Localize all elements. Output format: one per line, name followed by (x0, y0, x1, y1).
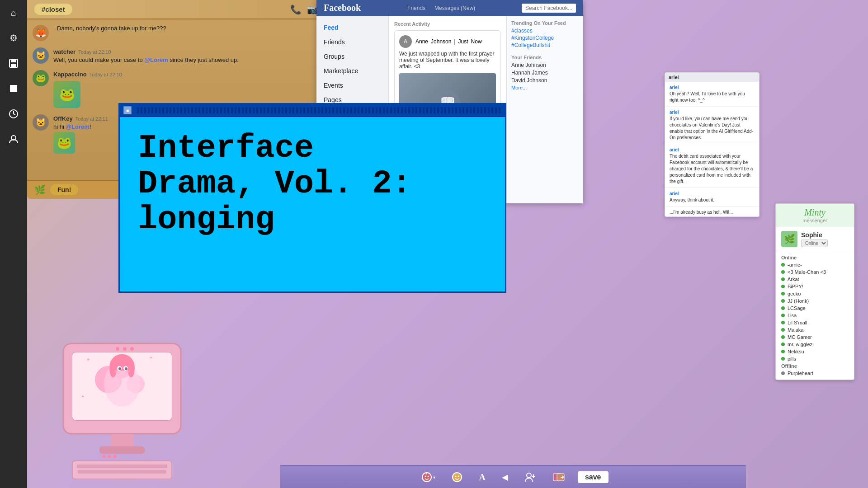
svg-rect-50 (78, 470, 166, 474)
chat-timestamp: Today at 22:10 (78, 49, 111, 55)
fb-friend-2[interactable]: Hannah James (511, 70, 579, 76)
popup-msg-5: ...I'm already busy as hell. Wil... (665, 206, 759, 217)
chat-message: 🐸 KappaccinoToday at 22:10 🐸 (33, 70, 320, 108)
chat-content: Damn, nobody's gonna take up for me??? (53, 25, 166, 32)
leaf-icon: 🌿 (34, 184, 46, 195)
fb-nav-friends[interactable]: Friends (316, 35, 388, 49)
svg-point-15 (455, 476, 457, 477)
minty-contact[interactable]: -arnie- (776, 261, 854, 268)
contact-name: MC Gamer (788, 334, 812, 340)
popup-msg-1: ariel Oh yeah? Well, I'd love to be with… (665, 82, 759, 107)
status-dot (781, 343, 785, 346)
minty-contact[interactable]: BiPPY! (776, 283, 854, 290)
phone-icon[interactable]: 📞 (290, 4, 302, 15)
fb-nav-groups[interactable]: Groups (316, 49, 388, 64)
save-button[interactable]: save (578, 471, 609, 483)
square-icon[interactable] (5, 80, 22, 97)
svg-text:✦: ✦ (86, 357, 90, 363)
minty-contact[interactable]: Purpleheart (776, 370, 854, 377)
svg-point-16 (458, 476, 459, 477)
minty-contact[interactable]: Nekksu (776, 348, 854, 355)
minty-contact[interactable]: Lil S'mall (776, 319, 854, 326)
status-dot (781, 299, 785, 303)
contact-name: Lisa (788, 313, 797, 318)
computer-svg: ✦ ✦ ✦ (27, 325, 217, 488)
contact-name: Lil S'mall (788, 320, 807, 325)
fb-top-bar: Facebook Friends Messages (New) (316, 0, 583, 16)
popup-msg-2: ariel If you'd like, you can have me sen… (665, 107, 759, 144)
computer-illustration: ✦ ✦ ✦ (27, 316, 253, 488)
fb-recent-activity-label: Recent Activity (394, 21, 501, 27)
svg-point-31 (116, 347, 119, 351)
fb-search-input[interactable] (522, 4, 576, 13)
chat-channel-label: #closet (34, 4, 72, 15)
svg-point-42 (125, 367, 127, 370)
minty-contact[interactable]: Lisa (776, 312, 854, 319)
transfer-icon-button[interactable] (549, 470, 569, 484)
messenger-popup: ariel ariel Oh yeah? Well, I'd love to b… (665, 72, 760, 217)
fb-friend-3[interactable]: David Johnson (511, 77, 579, 84)
status-dot (781, 321, 785, 324)
chat-content: watcherToday at 22:10 Well, you could ma… (53, 47, 239, 63)
minty-contact[interactable]: mr. wigglez (776, 341, 854, 348)
fb-link-messages[interactable]: Messages (New) (434, 5, 475, 11)
minty-contact[interactable]: LCSage (776, 305, 854, 312)
fb-link-friends[interactable]: Friends (407, 5, 425, 11)
text-format-button[interactable]: A (475, 470, 489, 484)
fb-nav-marketplace[interactable]: Marketplace (316, 64, 388, 78)
minty-contact[interactable]: pills (776, 355, 854, 362)
msg-sender: ariel (670, 147, 679, 152)
save-icon[interactable] (5, 55, 22, 71)
minty-contact[interactable]: MC Gamer (776, 333, 854, 341)
status-dot (781, 277, 785, 281)
svg-point-32 (123, 347, 127, 351)
fb-hashtag-2[interactable]: #KingstonCollege (511, 35, 579, 41)
clock-icon[interactable] (5, 106, 22, 122)
svg-point-51 (102, 455, 106, 458)
minty-offline-title: Offline (776, 362, 854, 370)
svg-text:✦: ✦ (149, 355, 153, 360)
fb-more-link[interactable]: More... (511, 85, 579, 90)
status-dot (781, 285, 785, 288)
user-icon[interactable] (5, 131, 22, 147)
svg-point-44 (125, 370, 130, 373)
fb-hashtag-3[interactable]: #CollegeBullshit (511, 42, 579, 48)
status-dot (781, 292, 785, 296)
fb-nav-events[interactable]: Events (316, 78, 388, 93)
chat-message: 🦊 Damn, nobody's gonna take up for me??? (33, 25, 320, 41)
fb-nav-feed[interactable]: Feed (316, 20, 388, 35)
minty-contact[interactable]: Malaka (776, 326, 854, 333)
fb-author[interactable]: Anne (415, 38, 428, 45)
status-dot (781, 306, 785, 310)
msg-sender: ariel (670, 191, 679, 196)
contact-name: Malaka (788, 327, 803, 333)
emoji-button[interactable] (448, 470, 466, 484)
minty-logo: Minty (804, 207, 826, 218)
fun-button[interactable]: Fun! (50, 184, 78, 195)
home-icon[interactable]: ⌂ (5, 5, 22, 21)
minty-contact[interactable]: <3 Male-Chan <3 (776, 268, 854, 276)
chat-text: hi hi @Lorem! (53, 123, 108, 130)
svg-rect-30 (99, 446, 145, 454)
svg-point-41 (118, 367, 121, 370)
add-user-button[interactable] (521, 470, 540, 484)
svg-point-43 (114, 370, 119, 373)
settings-icon[interactable]: ⚙ (5, 30, 22, 46)
back-button[interactable]: ◀ (498, 470, 512, 484)
minty-status-select[interactable]: Online Offline Away Busy (801, 239, 828, 247)
smiley-button[interactable]: ▾ (418, 470, 439, 484)
smiley-dropdown[interactable]: ▾ (433, 475, 435, 480)
minty-contact[interactable]: JJ (Honk) (776, 297, 854, 305)
svg-point-52 (108, 455, 111, 458)
status-dot (781, 335, 785, 339)
fb-friend-1[interactable]: Anne Johnson (511, 62, 579, 68)
svg-line-6 (14, 114, 15, 115)
fb-hashtag-1[interactable]: #classes (511, 28, 579, 34)
terminal-close-btn[interactable]: ■ (123, 106, 132, 114)
mention: @Lorem (144, 56, 168, 63)
contact-name: Arkat (788, 277, 799, 282)
minty-contact[interactable]: Arkat (776, 276, 854, 283)
minty-username: Sophie (801, 231, 828, 239)
minty-contact[interactable]: gecko (776, 290, 854, 297)
left-sidebar: ⌂ ⚙ (0, 0, 27, 488)
